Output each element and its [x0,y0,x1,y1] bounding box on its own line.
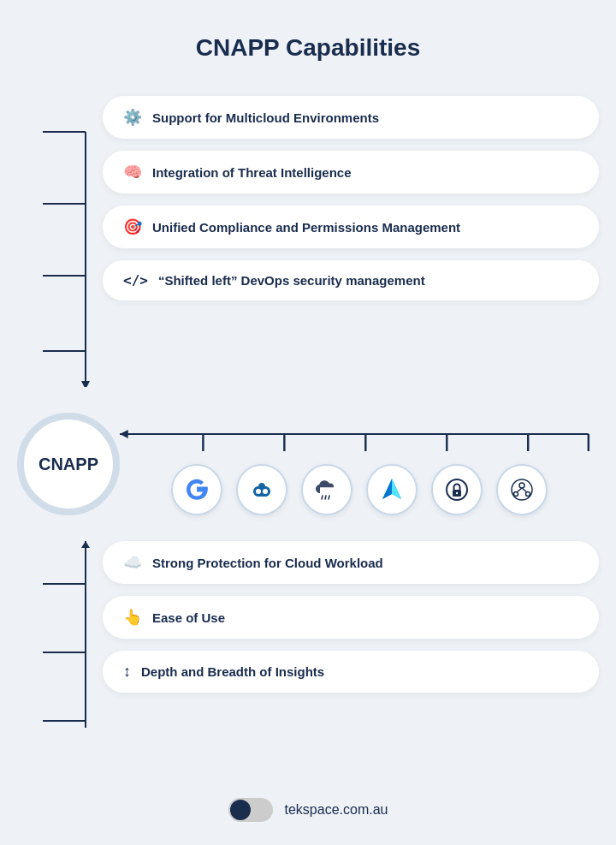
svg-marker-33 [81,541,90,548]
logo-network [496,464,548,515]
cloud-workload-icon: ☁️ [123,553,142,572]
threat-icon: 🧠 [123,163,142,181]
pill-devops-label: “Shifted left” DevOps security managemen… [158,273,425,288]
pill-ease: 👆 Ease of Use [103,596,599,639]
pill-depth: ↕ Depth and Breadth of Insights [103,651,599,693]
logos-row [171,464,548,515]
svg-line-31 [522,488,527,492]
cnapp-label: CNAPP [38,455,98,474]
devops-icon: </> [123,272,148,289]
pill-cloud-workload-label: Strong Protection for Cloud Workload [152,556,383,570]
logo-lock [431,464,483,515]
top-items: ⚙️ Support for Multicloud Environments 🧠… [94,96,599,387]
pill-cloud-workload: ☁️ Strong Protection for Cloud Workload [103,541,599,584]
pill-ease-label: Ease of Use [152,610,225,625]
top-bracket-svg [17,96,94,387]
pill-compliance-label: Unified Compliance and Permissions Manag… [152,220,460,235]
compliance-icon: 🎯 [123,217,142,236]
pill-threat-label: Integration of Threat Intelligence [152,165,352,180]
svg-marker-6 [81,381,90,387]
pill-threat: 🧠 Integration of Threat Intelligence [103,151,599,193]
ease-icon: 👆 [123,608,142,627]
multicloud-icon: ⚙️ [123,108,142,127]
svg-line-30 [517,488,522,492]
page-title: CNAPP Capabilities [196,34,420,62]
top-section: ⚙️ Support for Multicloud Environments 🧠… [17,96,599,387]
svg-point-16 [263,489,268,494]
pill-multicloud-label: Support for Multicloud Environments [152,110,379,125]
bottom-section: ☁️ Strong Protection for Cloud Workload … [17,541,599,764]
watermark: tekspace.com.au [228,798,388,822]
diagram: ⚙️ Support for Multicloud Environments 🧠… [17,96,599,764]
watermark-text: tekspace.com.au [285,802,388,818]
middle-section: CNAPP [17,413,599,515]
cnapp-circle: CNAPP [17,413,120,515]
pill-depth-label: Depth and Breadth of Insights [141,664,324,679]
svg-point-25 [456,492,458,494]
svg-line-18 [325,496,326,499]
svg-marker-21 [392,479,401,499]
svg-marker-8 [120,430,128,438]
middle-right [120,413,599,515]
logo-alicloud [236,464,287,515]
middle-arrow-svg [120,413,599,455]
svg-point-27 [519,483,524,488]
pill-devops: </> “Shifted left” DevOps security manag… [103,260,599,301]
depth-icon: ↕ [123,663,131,681]
svg-line-19 [329,496,329,499]
logo-azure [366,464,418,515]
toggle-icon [228,798,273,822]
pill-multicloud: ⚙️ Support for Multicloud Environments [103,96,599,139]
svg-line-17 [322,496,323,499]
svg-point-15 [256,489,261,494]
bottom-bracket-svg [17,541,94,764]
pill-compliance: 🎯 Unified Compliance and Permissions Man… [103,205,599,248]
bottom-items: ☁️ Strong Protection for Cloud Workload … [94,541,599,764]
logo-cloud2 [301,464,352,515]
logo-google [171,464,222,515]
